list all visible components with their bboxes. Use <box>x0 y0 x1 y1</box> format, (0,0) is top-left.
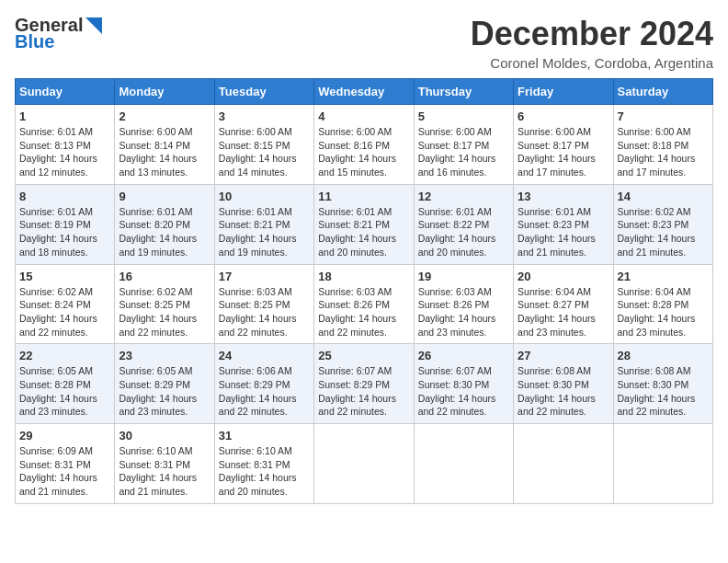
day-info: Sunrise: 6:00 AM Sunset: 8:14 PM Dayligh… <box>119 125 210 179</box>
calendar-cell <box>613 424 712 504</box>
day-info: Sunrise: 6:00 AM Sunset: 8:17 PM Dayligh… <box>518 125 609 179</box>
day-number: 6 <box>518 109 609 123</box>
day-number: 21 <box>618 270 709 283</box>
day-number: 8 <box>19 190 110 203</box>
page-header: General Blue December 2024 Coronel Molde… <box>15 15 713 71</box>
day-number: 1 <box>19 109 110 123</box>
day-info: Sunrise: 6:10 AM Sunset: 8:31 PM Dayligh… <box>119 444 210 499</box>
calendar-cell <box>514 424 613 504</box>
day-info: Sunrise: 6:00 AM Sunset: 8:17 PM Dayligh… <box>418 125 509 179</box>
day-info: Sunrise: 6:08 AM Sunset: 8:30 PM Dayligh… <box>618 364 709 419</box>
calendar-cell: 6 Sunrise: 6:00 AM Sunset: 8:17 PM Dayli… <box>514 105 613 185</box>
calendar-week-row: 29 Sunrise: 6:09 AM Sunset: 8:31 PM Dayl… <box>16 424 713 504</box>
calendar-cell: 10 Sunrise: 6:01 AM Sunset: 8:21 PM Dayl… <box>214 184 313 264</box>
calendar-cell: 15 Sunrise: 6:02 AM Sunset: 8:24 PM Dayl… <box>16 264 115 344</box>
day-info: Sunrise: 6:05 AM Sunset: 8:28 PM Dayligh… <box>19 364 110 419</box>
day-number: 19 <box>418 270 509 283</box>
day-info: Sunrise: 6:06 AM Sunset: 8:29 PM Dayligh… <box>219 364 310 419</box>
title-block: December 2024 Coronel Moldes, Cordoba, A… <box>471 15 713 71</box>
day-number: 27 <box>518 349 609 362</box>
calendar-cell: 25 Sunrise: 6:07 AM Sunset: 8:29 PM Dayl… <box>314 344 414 424</box>
day-info: Sunrise: 6:04 AM Sunset: 8:28 PM Dayligh… <box>618 285 709 339</box>
day-info: Sunrise: 6:09 AM Sunset: 8:31 PM Dayligh… <box>19 444 110 499</box>
day-info: Sunrise: 6:02 AM Sunset: 8:23 PM Dayligh… <box>618 205 709 259</box>
calendar-week-row: 22 Sunrise: 6:05 AM Sunset: 8:28 PM Dayl… <box>16 344 713 424</box>
calendar-cell: 5 Sunrise: 6:00 AM Sunset: 8:17 PM Dayli… <box>414 105 513 185</box>
day-info: Sunrise: 6:07 AM Sunset: 8:29 PM Dayligh… <box>318 364 409 419</box>
day-info: Sunrise: 6:00 AM Sunset: 8:15 PM Dayligh… <box>219 125 310 179</box>
calendar-cell: 27 Sunrise: 6:08 AM Sunset: 8:30 PM Dayl… <box>514 344 613 424</box>
day-of-week-header: Saturday <box>613 79 712 105</box>
day-info: Sunrise: 6:01 AM Sunset: 8:20 PM Dayligh… <box>119 205 210 259</box>
day-info: Sunrise: 6:04 AM Sunset: 8:27 PM Dayligh… <box>518 285 609 339</box>
calendar-cell: 8 Sunrise: 6:01 AM Sunset: 8:19 PM Dayli… <box>16 184 115 264</box>
calendar-cell: 31 Sunrise: 6:10 AM Sunset: 8:31 PM Dayl… <box>214 424 313 504</box>
day-info: Sunrise: 6:01 AM Sunset: 8:19 PM Dayligh… <box>19 205 110 259</box>
day-info: Sunrise: 6:00 AM Sunset: 8:16 PM Dayligh… <box>318 125 409 179</box>
day-number: 4 <box>318 109 409 123</box>
day-info: Sunrise: 6:10 AM Sunset: 8:31 PM Dayligh… <box>219 444 310 499</box>
logo-blue-text: Blue <box>15 31 102 52</box>
calendar-cell <box>414 424 513 504</box>
month-title: December 2024 <box>471 15 713 53</box>
day-number: 24 <box>219 349 310 362</box>
day-number: 2 <box>119 109 210 123</box>
day-number: 10 <box>219 190 310 203</box>
calendar-cell: 28 Sunrise: 6:08 AM Sunset: 8:30 PM Dayl… <box>613 344 712 424</box>
day-number: 17 <box>219 270 310 283</box>
logo: General Blue <box>15 15 102 52</box>
day-info: Sunrise: 6:01 AM Sunset: 8:13 PM Dayligh… <box>19 125 110 179</box>
day-info: Sunrise: 6:01 AM Sunset: 8:22 PM Dayligh… <box>418 205 509 259</box>
calendar-cell: 17 Sunrise: 6:03 AM Sunset: 8:25 PM Dayl… <box>214 264 313 344</box>
day-number: 12 <box>418 190 509 203</box>
day-number: 25 <box>318 349 409 362</box>
calendar-cell: 7 Sunrise: 6:00 AM Sunset: 8:18 PM Dayli… <box>613 105 712 185</box>
calendar-cell: 13 Sunrise: 6:01 AM Sunset: 8:23 PM Dayl… <box>514 184 613 264</box>
calendar-cell: 29 Sunrise: 6:09 AM Sunset: 8:31 PM Dayl… <box>16 424 115 504</box>
day-number: 30 <box>119 429 210 442</box>
day-info: Sunrise: 6:07 AM Sunset: 8:30 PM Dayligh… <box>418 364 509 419</box>
calendar-cell: 20 Sunrise: 6:04 AM Sunset: 8:27 PM Dayl… <box>514 264 613 344</box>
day-info: Sunrise: 6:02 AM Sunset: 8:24 PM Dayligh… <box>19 285 110 339</box>
calendar-cell: 23 Sunrise: 6:05 AM Sunset: 8:29 PM Dayl… <box>115 344 214 424</box>
day-number: 9 <box>119 190 210 203</box>
day-number: 5 <box>418 109 509 123</box>
day-info: Sunrise: 6:03 AM Sunset: 8:26 PM Dayligh… <box>418 285 509 339</box>
day-number: 16 <box>119 270 210 283</box>
calendar-cell: 2 Sunrise: 6:00 AM Sunset: 8:14 PM Dayli… <box>115 105 214 185</box>
day-of-week-header: Wednesday <box>314 79 414 105</box>
calendar-cell: 11 Sunrise: 6:01 AM Sunset: 8:21 PM Dayl… <box>314 184 414 264</box>
day-number: 29 <box>19 429 110 442</box>
day-of-week-header: Monday <box>115 79 214 105</box>
day-info: Sunrise: 6:01 AM Sunset: 8:21 PM Dayligh… <box>219 205 310 259</box>
day-of-week-header: Friday <box>514 79 613 105</box>
day-number: 7 <box>618 109 709 123</box>
calendar-table: SundayMondayTuesdayWednesdayThursdayFrid… <box>15 78 713 504</box>
calendar-cell: 24 Sunrise: 6:06 AM Sunset: 8:29 PM Dayl… <box>214 344 313 424</box>
calendar-cell: 14 Sunrise: 6:02 AM Sunset: 8:23 PM Dayl… <box>613 184 712 264</box>
day-info: Sunrise: 6:00 AM Sunset: 8:18 PM Dayligh… <box>618 125 709 179</box>
calendar-cell: 9 Sunrise: 6:01 AM Sunset: 8:20 PM Dayli… <box>115 184 214 264</box>
day-info: Sunrise: 6:08 AM Sunset: 8:30 PM Dayligh… <box>518 364 609 419</box>
calendar-cell: 19 Sunrise: 6:03 AM Sunset: 8:26 PM Dayl… <box>414 264 513 344</box>
calendar-week-row: 8 Sunrise: 6:01 AM Sunset: 8:19 PM Dayli… <box>16 184 713 264</box>
day-info: Sunrise: 6:03 AM Sunset: 8:26 PM Dayligh… <box>318 285 409 339</box>
calendar-cell: 18 Sunrise: 6:03 AM Sunset: 8:26 PM Dayl… <box>314 264 414 344</box>
day-number: 15 <box>19 270 110 283</box>
day-number: 22 <box>19 349 110 362</box>
calendar-cell: 26 Sunrise: 6:07 AM Sunset: 8:30 PM Dayl… <box>414 344 513 424</box>
day-info: Sunrise: 6:01 AM Sunset: 8:23 PM Dayligh… <box>518 205 609 259</box>
calendar-cell: 16 Sunrise: 6:02 AM Sunset: 8:25 PM Dayl… <box>115 264 214 344</box>
calendar-cell: 22 Sunrise: 6:05 AM Sunset: 8:28 PM Dayl… <box>16 344 115 424</box>
day-of-week-header: Thursday <box>414 79 513 105</box>
calendar-cell: 30 Sunrise: 6:10 AM Sunset: 8:31 PM Dayl… <box>115 424 214 504</box>
day-number: 23 <box>119 349 210 362</box>
calendar-week-row: 1 Sunrise: 6:01 AM Sunset: 8:13 PM Dayli… <box>16 105 713 185</box>
calendar-cell: 3 Sunrise: 6:00 AM Sunset: 8:15 PM Dayli… <box>214 105 313 185</box>
day-number: 28 <box>618 349 709 362</box>
calendar-cell: 4 Sunrise: 6:00 AM Sunset: 8:16 PM Dayli… <box>314 105 414 185</box>
day-info: Sunrise: 6:01 AM Sunset: 8:21 PM Dayligh… <box>318 205 409 259</box>
calendar-cell: 12 Sunrise: 6:01 AM Sunset: 8:22 PM Dayl… <box>414 184 513 264</box>
day-number: 11 <box>318 190 409 203</box>
day-number: 31 <box>219 429 310 442</box>
